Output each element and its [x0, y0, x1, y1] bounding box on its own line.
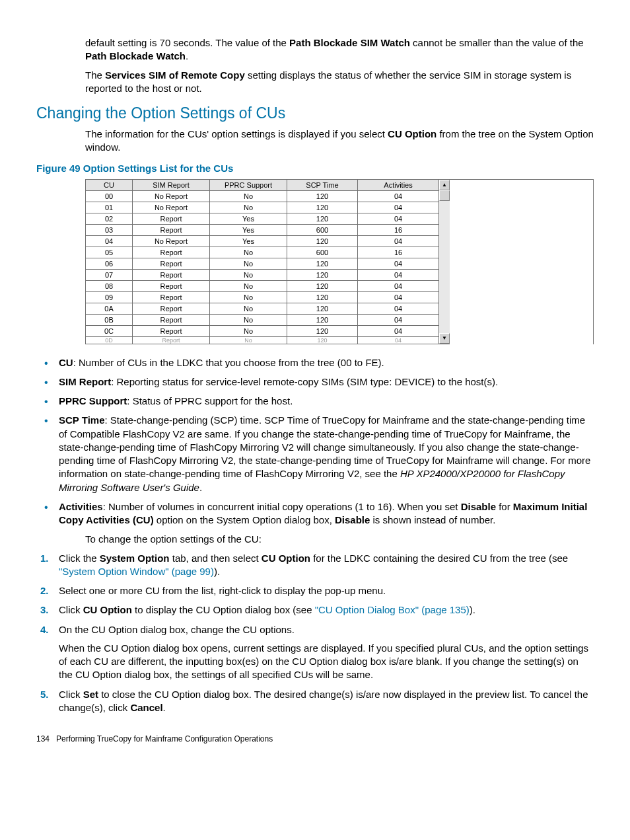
table-cell: 16	[358, 224, 439, 235]
table-cell: Report	[133, 224, 210, 235]
table-row[interactable]: 05ReportNo60016	[86, 247, 439, 258]
list-item: Select one or more CU from the list, rig…	[36, 584, 594, 597]
table-cell: 120	[287, 280, 358, 291]
table-cell: Report	[133, 303, 210, 314]
table-cell: 0C	[86, 325, 133, 336]
table-cell: Report	[133, 213, 210, 224]
table-cell: No	[210, 247, 287, 258]
scrollbar[interactable]: ▲ ▼	[438, 180, 450, 344]
list-item: SCP Time: State-change-pending (SCP) tim…	[36, 414, 594, 494]
table-row[interactable]: 01No ReportNo12004	[86, 202, 439, 213]
table-cell: 00	[86, 190, 133, 202]
table-row[interactable]: 03ReportYes60016	[86, 224, 439, 235]
table-cell: 04	[358, 314, 439, 325]
scroll-down-button[interactable]: ▼	[439, 333, 450, 344]
table-cell: 0B	[86, 314, 133, 325]
table-row[interactable]: 0CReportNo12004	[86, 325, 439, 336]
table-cell: Yes	[210, 235, 287, 247]
cross-reference-link[interactable]: "CU Option Dialog Box" (page 135)	[315, 604, 470, 615]
table-header-cell[interactable]: CU	[86, 180, 133, 191]
table-cell: Report	[133, 269, 210, 280]
table-row[interactable]: 0AReportNo12004	[86, 303, 439, 314]
table-cell: No	[210, 202, 287, 213]
table-cell: 120	[287, 336, 358, 344]
table-cell: 05	[86, 247, 133, 258]
table-cell: 600	[287, 224, 358, 235]
cu-table-container: CUSIM ReportPPRC SupportSCP TimeActiviti…	[85, 179, 594, 344]
table-cell: No	[210, 190, 287, 202]
table-cell: 120	[287, 325, 358, 336]
table-cell: No	[210, 336, 287, 344]
steps-list: Click the System Option tab, and then se…	[36, 552, 594, 715]
scroll-thumb[interactable]	[439, 190, 450, 201]
table-cell: 120	[287, 202, 358, 213]
list-item: Activities: Number of volumes in concurr…	[36, 500, 594, 527]
page-footer: 134 Performing TrueCopy for Mainframe Co…	[36, 734, 594, 744]
table-cell: 03	[86, 224, 133, 235]
list-item: Click CU Option to display the CU Option…	[36, 603, 594, 617]
table-cell: 04	[358, 258, 439, 269]
intro-para-2: The Services SIM of Remote Copy setting …	[85, 69, 594, 96]
table-cell: Report	[133, 280, 210, 291]
table-cell: 04	[358, 303, 439, 314]
table-cell: 04	[358, 202, 439, 213]
footer-chapter: Performing TrueCopy for Mainframe Config…	[56, 734, 273, 744]
table-cell: 120	[287, 291, 358, 303]
table-cell: 120	[287, 190, 358, 202]
table-header-cell[interactable]: SIM Report	[133, 180, 210, 191]
table-cell: 04	[358, 269, 439, 280]
section-heading: Changing the Option Settings of CUs	[36, 104, 594, 122]
table-cell: 09	[86, 291, 133, 303]
table-cell: No	[210, 314, 287, 325]
table-cell: 120	[287, 269, 358, 280]
scroll-up-button[interactable]: ▲	[439, 180, 450, 190]
table-cell: No	[210, 280, 287, 291]
table-cell: No	[210, 258, 287, 269]
table-cell: Report	[133, 258, 210, 269]
cu-options-table: CUSIM ReportPPRC SupportSCP TimeActiviti…	[85, 180, 438, 344]
figure-caption: Figure 49 Option Settings List for the C…	[36, 163, 594, 174]
intro-para-1: default setting is 70 seconds. The value…	[85, 36, 594, 63]
scroll-track[interactable]	[439, 201, 450, 333]
table-cell: 16	[358, 247, 439, 258]
table-header-cell[interactable]: Activities	[358, 180, 439, 191]
table-row[interactable]: 04No ReportYes12004	[86, 235, 439, 247]
table-row[interactable]: 08ReportNo12004	[86, 280, 439, 291]
table-row[interactable]: 0DReportNo12004	[86, 336, 439, 344]
footer-page-number: 134	[36, 734, 50, 744]
table-row[interactable]: 06ReportNo12004	[86, 258, 439, 269]
page: default setting is 70 seconds. The value…	[0, 0, 630, 757]
table-cell: Report	[133, 247, 210, 258]
table-row[interactable]: 09ReportNo12004	[86, 291, 439, 303]
table-cell: 0A	[86, 303, 133, 314]
table-body: 00No ReportNo1200401No ReportNo1200402Re…	[86, 190, 439, 344]
table-row[interactable]: 00No ReportNo12004	[86, 190, 439, 202]
list-item: PPRC Support: Status of PPRC support for…	[36, 395, 594, 408]
table-row[interactable]: 02ReportYes12004	[86, 213, 439, 224]
table-header-cell[interactable]: SCP Time	[287, 180, 358, 191]
table-cell: 01	[86, 202, 133, 213]
table-row[interactable]: 0BReportNo12004	[86, 314, 439, 325]
table-cell: 04	[86, 235, 133, 247]
table-cell: No Report	[133, 190, 210, 202]
table-cell: 04	[358, 336, 439, 344]
table-cell: Report	[133, 336, 210, 344]
table-cell: Report	[133, 314, 210, 325]
table-cell: 04	[358, 213, 439, 224]
table-cell: No Report	[133, 202, 210, 213]
table-cell: No	[210, 303, 287, 314]
table-cell: Report	[133, 325, 210, 336]
list-item: Click the System Option tab, and then se…	[36, 552, 594, 579]
table-cell: 120	[287, 258, 358, 269]
table-cell: 120	[287, 303, 358, 314]
table-cell: 04	[358, 280, 439, 291]
list-item: SIM Report: Reporting status for service…	[36, 375, 594, 389]
table-header-cell[interactable]: PPRC Support	[210, 180, 287, 191]
bullet-list: CU: Number of CUs in the LDKC that you c…	[36, 356, 594, 527]
table-cell: 06	[86, 258, 133, 269]
table-cell: 04	[358, 235, 439, 247]
table-cell: 08	[86, 280, 133, 291]
cross-reference-link[interactable]: "System Option Window" (page 99)	[59, 566, 214, 577]
table-row[interactable]: 07ReportNo12004	[86, 269, 439, 280]
table-cell: 600	[287, 247, 358, 258]
